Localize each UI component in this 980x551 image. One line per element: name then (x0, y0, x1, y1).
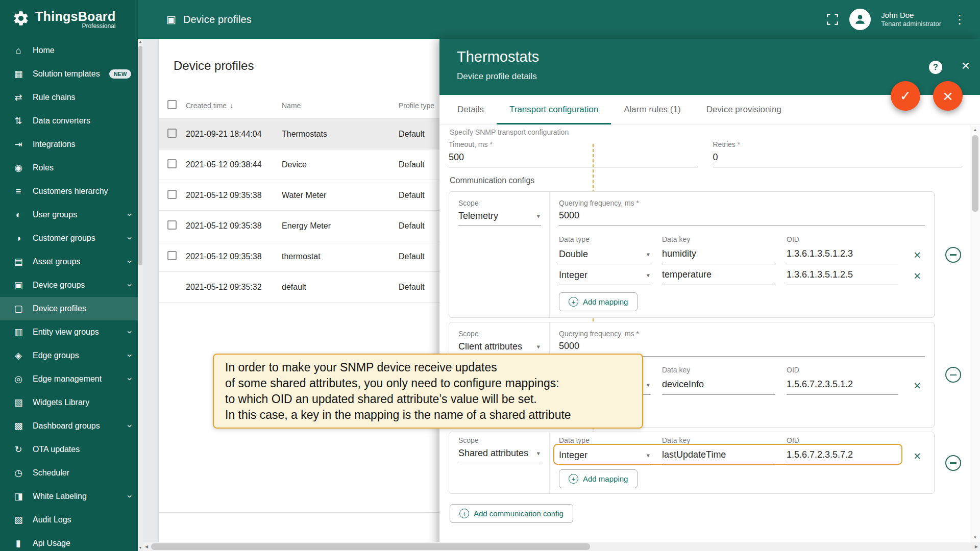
sidebar-item-dashboard-groups[interactable]: ▩ Dashboard groups › (0, 414, 138, 438)
data-key-input[interactable]: temperature (662, 266, 775, 285)
discard-changes-button[interactable]: × (933, 81, 963, 111)
sidebar-item-device-groups[interactable]: ▣ Device groups › (0, 273, 138, 297)
timeout-input[interactable]: 500 (449, 148, 698, 167)
sidebar-item-roles[interactable]: ◉ Roles (0, 156, 138, 180)
sidebar-item-edge-groups[interactable]: ◈ Edge groups › (0, 344, 138, 367)
oid-input[interactable]: 1.5.6.7.2.3.5.7.2 (787, 446, 898, 465)
panel-subtitle: Device profile details (457, 71, 980, 82)
tab-transport-configuration[interactable]: Transport configuration (497, 95, 611, 124)
data-key-input[interactable]: deviceInfo (662, 376, 775, 395)
sidebar-item-edge-management[interactable]: ◎ Edge management › (0, 367, 138, 391)
sidebar-item-label: Device groups (33, 281, 85, 290)
plus-icon: + (569, 297, 578, 307)
sidebar-item-solution-templates[interactable]: ▦ Solution templates NEW (0, 62, 138, 86)
sidebar-item-device-profiles[interactable]: ▢ Device profiles (0, 297, 138, 320)
chevron-down-icon: › (125, 354, 136, 357)
sort-desc-icon[interactable]: ↓ (230, 102, 233, 110)
add-communication-config-button[interactable]: + Add communication config (450, 504, 573, 523)
scope-select[interactable]: Shared attributes ▾ (458, 444, 541, 463)
scope-select[interactable]: Telemetry ▾ (458, 207, 541, 226)
data-type-select[interactable]: Double ▾ (559, 245, 651, 264)
avatar[interactable] (849, 9, 871, 30)
scroll-left-icon[interactable]: ◀ (143, 542, 150, 551)
row-checkbox[interactable] (167, 251, 177, 260)
data-type-header: Data type (559, 436, 651, 444)
data-type-select[interactable]: Integer ▾ (559, 446, 651, 465)
apply-changes-button[interactable]: ✓ (891, 81, 920, 111)
scroll-down-icon[interactable]: ▼ (970, 535, 980, 540)
sidebar-item-customer-groups[interactable]: ◑ Customer groups › (0, 227, 138, 250)
add-mapping-label: Add mapping (583, 474, 628, 483)
remove-mapping-button[interactable]: × (910, 249, 925, 264)
sidebar-item-integrations[interactable]: ⇥ Integrations (0, 133, 138, 156)
column-created-time[interactable]: Created time (186, 102, 227, 110)
data-type-select[interactable]: Integer ▾ (559, 266, 651, 285)
scope-value: Telemetry (458, 211, 498, 221)
add-mapping-button[interactable]: + Add mapping (559, 469, 638, 488)
data-key-input[interactable]: humidity (662, 245, 775, 264)
tab-alarm-rules[interactable]: Alarm rules (1) (611, 95, 693, 124)
data-key-input[interactable]: lastUpdateTime (662, 446, 775, 465)
sidebar-item-white-labeling[interactable]: ◨ White Labeling › (0, 485, 138, 508)
sidebar-item-api-usage[interactable]: ▮ Api Usage (0, 532, 138, 551)
sidebar-item-asset-groups[interactable]: ▤ Asset groups › (0, 250, 138, 273)
oid-input[interactable]: 1.3.6.1.3.5.1.2.5 (787, 266, 898, 285)
sidebar-item-widgets-library[interactable]: ▧ Widgets Library (0, 391, 138, 414)
frequency-input[interactable]: 5000 (559, 207, 925, 226)
scroll-up-icon[interactable]: ▲ (970, 128, 980, 132)
device-profiles-icon: ▣ (166, 14, 176, 24)
remove-config-button[interactable] (945, 367, 961, 383)
chevron-down-icon: ▾ (646, 452, 650, 459)
sidebar-item-entity-view-groups[interactable]: ▥ Entity view groups › (0, 320, 138, 344)
retries-field[interactable]: Retries * 0 (713, 140, 962, 167)
add-mapping-button[interactable]: + Add mapping (559, 292, 638, 311)
remove-mapping-button[interactable]: × (910, 450, 925, 465)
row-checkbox[interactable] (167, 220, 177, 230)
row-checkbox[interactable] (167, 159, 177, 168)
sidebar-item-home[interactable]: ⌂ Home (0, 39, 138, 62)
panel-scrollbar-thumb[interactable] (972, 135, 978, 212)
oid-header: OID (787, 436, 898, 444)
scroll-up-icon[interactable]: ▲ (138, 40, 143, 43)
oid-header: OID (787, 366, 898, 374)
remove-mapping-button[interactable]: × (910, 380, 925, 395)
sidebar-item-scheduler[interactable]: ◷ Scheduler (0, 461, 138, 485)
tab-device-provisioning[interactable]: Device provisioning (694, 95, 794, 124)
chevron-down-icon: › (125, 284, 136, 287)
sidebar-item-audit-logs[interactable]: ▨ Audit Logs (0, 508, 138, 532)
sidebar-item-ota-updates[interactable]: ↻ OTA updates (0, 438, 138, 461)
oid-input[interactable]: 1.3.6.1.3.5.1.2.3 (787, 245, 898, 264)
cell-name: Water Meter (282, 191, 399, 200)
remove-config-button[interactable] (945, 455, 961, 471)
sidebar-item-label: Rule chains (33, 93, 76, 102)
chevron-down-icon: ▾ (646, 251, 650, 258)
horizontal-scrollbar-thumb[interactable] (151, 543, 590, 550)
sidebar-item-customers-hierarchy[interactable]: ≡ Customers hierarchy (0, 180, 138, 203)
sidebar-item-user-groups[interactable]: ◐ User groups › (0, 203, 138, 227)
oid-input[interactable]: 1.5.6.7.2.3.5.1.2 (787, 376, 898, 395)
chevron-down-icon: › (125, 260, 136, 263)
timeout-field[interactable]: Timeout, ms * 500 (449, 140, 698, 167)
remove-config-button[interactable] (945, 247, 961, 263)
sidebar-item-rule-chains[interactable]: ⇄ Rule chains (0, 86, 138, 109)
help-icon[interactable]: ? (929, 61, 942, 74)
tab-details[interactable]: Details (445, 95, 497, 124)
remove-mapping-button[interactable]: × (910, 270, 925, 285)
page-title: Device profiles (183, 14, 252, 26)
scroll-down-icon[interactable]: ▼ (138, 546, 143, 549)
row-checkbox[interactable] (167, 190, 177, 199)
frequency-label: Querying frequency, ms * (559, 330, 925, 338)
select-all-checkbox[interactable] (167, 100, 177, 109)
sidebar-item-label: Widgets Library (33, 398, 89, 407)
sidebar-item-label: Edge management (33, 374, 102, 384)
column-name[interactable]: Name (282, 102, 399, 110)
retries-input[interactable]: 0 (713, 148, 962, 167)
close-panel-icon[interactable]: × (962, 58, 970, 74)
sidebar-scrollbar-thumb[interactable] (138, 46, 142, 265)
sidebar-item-data-converters[interactable]: ⇅ Data converters (0, 109, 138, 133)
row-checkbox[interactable] (167, 129, 177, 138)
fullscreen-icon[interactable] (826, 13, 839, 26)
kebab-menu-icon[interactable]: ⋮ (951, 12, 968, 27)
scroll-right-icon[interactable]: ▶ (973, 542, 980, 551)
data-type-value: Double (559, 249, 588, 260)
